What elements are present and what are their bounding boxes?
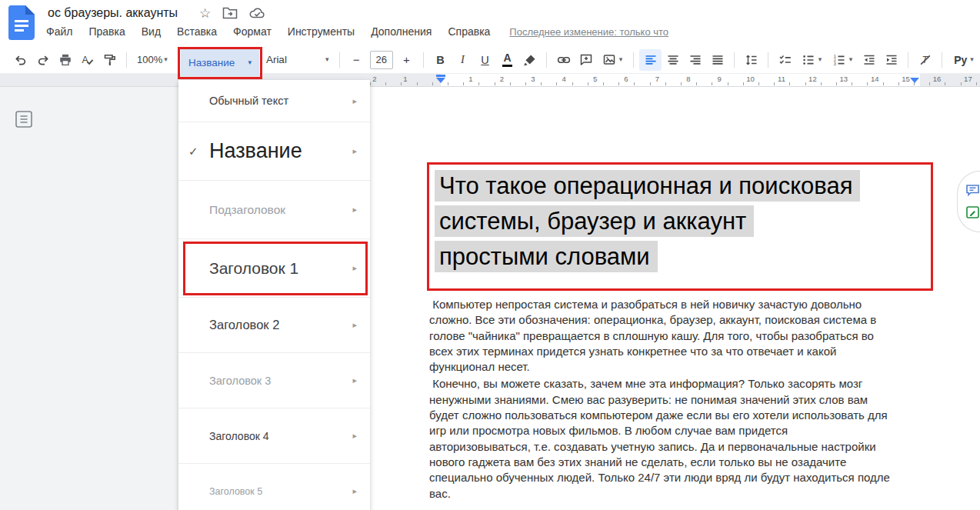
toolbar-divider	[546, 52, 547, 68]
bold-button[interactable]: B	[429, 49, 452, 71]
numbered-list-icon: 123	[832, 53, 846, 67]
style-option-heading2[interactable]: Заголовок 2 ▸	[178, 298, 370, 353]
submenu-arrow-icon: ▸	[352, 431, 357, 441]
menu-view[interactable]: Вид	[142, 25, 161, 38]
submenu-arrow-icon: ▸	[352, 486, 357, 496]
margin-comment-button[interactable]	[965, 184, 980, 197]
insert-link-button[interactable]	[552, 49, 575, 71]
italic-button[interactable]: I	[452, 49, 474, 71]
style-option-label: Заголовок 4	[209, 430, 269, 442]
redo-icon	[36, 53, 50, 67]
chevron-down-icon: ▾	[325, 56, 329, 63]
ruler-number: 6	[624, 75, 628, 83]
style-option-heading4[interactable]: Заголовок 4 ▸	[178, 408, 370, 464]
menu-file[interactable]: Файл	[46, 25, 72, 38]
move-folder-icon[interactable]	[222, 7, 238, 19]
highlight-color-button[interactable]	[518, 49, 541, 71]
menu-tools[interactable]: Инструменты	[288, 25, 355, 38]
ruler-number: 16	[933, 75, 942, 83]
image-icon	[602, 53, 616, 67]
link-icon	[557, 53, 571, 67]
align-center-button[interactable]	[662, 49, 684, 71]
spell-check-icon: A	[81, 53, 95, 67]
paint-roller-icon	[103, 53, 117, 67]
star-icon[interactable]: ☆	[199, 7, 211, 20]
spell-check-button[interactable]: A	[76, 49, 98, 71]
align-justify-button[interactable]	[706, 49, 728, 71]
line-spacing-button[interactable]	[740, 49, 762, 71]
style-option-label: Название	[209, 139, 302, 163]
menu-edit[interactable]: Правка	[88, 25, 125, 38]
style-option-heading5[interactable]: Заголовок 5 ▸	[178, 464, 370, 510]
style-option-title[interactable]: ✓ Название ▸	[178, 122, 370, 181]
style-option-heading3[interactable]: Заголовок 3 ▸	[178, 353, 370, 408]
align-center-icon	[666, 53, 680, 67]
insert-image-button[interactable]: ▾	[597, 49, 628, 71]
document-title-row: ос браузеры. аккаунты ☆	[48, 6, 266, 20]
menu-format[interactable]: Формат	[233, 25, 272, 38]
menu-insert[interactable]: Вставка	[177, 25, 217, 38]
comment-icon	[965, 184, 980, 197]
heading-line[interactable]: простыми словами	[439, 239, 860, 275]
document-outline-button[interactable]	[12, 108, 35, 131]
zoom-value: 100%	[137, 54, 162, 65]
increase-indent-button[interactable]	[880, 49, 902, 71]
cloud-status-icon[interactable]	[249, 7, 266, 19]
align-left-icon	[644, 53, 658, 67]
paint-format-button[interactable]	[98, 49, 121, 71]
menu-addons[interactable]: Дополнения	[371, 25, 432, 38]
menubar: Файл Правка Вид Вставка Формат Инструмен…	[46, 25, 668, 38]
docs-logo-icon[interactable]	[8, 5, 35, 40]
submenu-arrow-icon: ▸	[352, 375, 357, 385]
style-option-normal-text[interactable]: Обычный текст ▸	[178, 80, 370, 122]
ruler-number: 1	[403, 75, 407, 83]
menu-help[interactable]: Справка	[448, 25, 490, 38]
styles-value: Название	[188, 57, 235, 68]
redo-button[interactable]	[32, 49, 54, 71]
style-option-heading1[interactable]: Заголовок 1 ▸	[178, 239, 370, 298]
toolbar-divider	[734, 52, 735, 68]
right-indent-marker[interactable]	[910, 78, 919, 83]
font-select[interactable]: Arial ▾	[262, 49, 334, 71]
clear-formatting-button[interactable]: T	[914, 49, 936, 71]
input-tools-button[interactable]: Ру ▾	[948, 49, 980, 71]
checklist-button[interactable]	[774, 49, 796, 71]
print-icon	[58, 53, 72, 67]
ruler-number: 10	[746, 75, 755, 83]
style-option-subtitle[interactable]: Подзаголовок ▸	[178, 181, 370, 239]
margin-suggest-button[interactable]	[965, 205, 980, 219]
paragraph-styles-select[interactable]: Название ▾	[181, 49, 259, 76]
last-edit-link[interactable]: Последнее изменение: только что	[509, 26, 668, 38]
print-button[interactable]	[54, 49, 76, 71]
align-left-button[interactable]	[639, 49, 662, 71]
decrease-indent-button[interactable]	[858, 49, 880, 71]
left-indent-marker[interactable]	[436, 75, 445, 83]
underline-button[interactable]: U	[474, 49, 496, 71]
font-size-decrease-button[interactable]: −	[345, 49, 368, 71]
numbered-list-button[interactable]: 123 ▾	[827, 49, 858, 71]
paragraph[interactable]: Компьютер непростая система и разобратьс…	[429, 297, 892, 375]
bulleted-list-button[interactable]: ▾	[796, 49, 827, 71]
document-title-input[interactable]: ос браузеры. аккаунты	[48, 6, 178, 20]
chevron-down-icon: ▾	[164, 56, 168, 63]
text-color-button[interactable]: A	[496, 49, 518, 71]
ruler-number: 14	[871, 75, 879, 83]
submenu-arrow-icon: ▸	[352, 205, 357, 215]
heading-line[interactable]: системы, браузер и аккаунт	[439, 204, 860, 239]
heading-line[interactable]: Что такое операционная и поисковая	[439, 168, 860, 204]
font-size-increase-button[interactable]: +	[395, 49, 418, 71]
font-size-input[interactable]: 26	[370, 51, 393, 69]
add-comment-button[interactable]	[575, 49, 597, 71]
ruler-number: 9	[718, 75, 722, 83]
pencil-icon	[965, 205, 980, 219]
toolbar-divider	[633, 52, 634, 68]
zoom-select[interactable]: 100% ▾	[132, 49, 172, 71]
submenu-arrow-icon: ▸	[352, 320, 357, 330]
topbar: ос браузеры. аккаунты ☆ Файл Правка Вид …	[0, 0, 980, 46]
svg-text:A: A	[82, 54, 88, 65]
align-right-button[interactable]	[684, 49, 706, 71]
paragraph-styles-menu: Обычный текст ▸ ✓ Название ▸ Подзаголово…	[178, 80, 370, 510]
undo-button[interactable]	[9, 49, 32, 71]
document-body[interactable]: Компьютер непростая система и разобратьс…	[429, 297, 892, 503]
paragraph[interactable]: Конечно, вы можете сказать, зачем мне эт…	[429, 376, 892, 501]
